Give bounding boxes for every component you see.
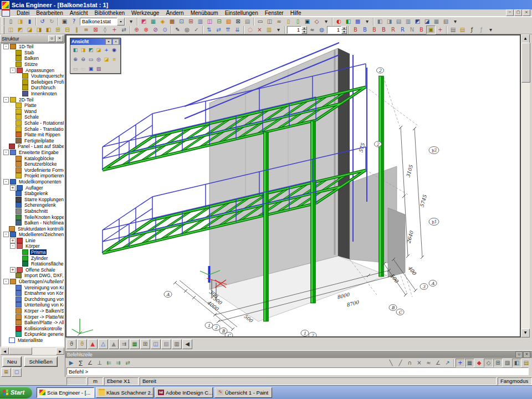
tree-horizontal-scrollbar[interactable]: ◀ ▶ (1, 347, 64, 355)
menu-werkzeuge[interactable]: Werkzeuge (128, 10, 162, 16)
perpendicular-icon[interactable]: ⊥ (95, 359, 104, 367)
taskbar-task[interactable]: Klaus Schachner 2... (96, 387, 154, 398)
function2-icon[interactable]: ƒ (477, 25, 486, 34)
tree-item[interactable]: Platte mit Rippen (1, 132, 64, 138)
tree-item[interactable]: Strukturdaten kontrollier (1, 226, 64, 232)
tree-item[interactable]: -1D-Teil (1, 44, 64, 50)
collapse-icon[interactable]: - (10, 68, 16, 73)
activity-spinner[interactable]: 1 ▲▼ (287, 26, 307, 34)
union-icon[interactable]: ⊗ (141, 25, 151, 34)
window-split-icon[interactable]: ⊞ (140, 339, 150, 349)
tree-item[interactable]: -Körper (1, 243, 64, 249)
beam-icon[interactable]: ◩ (16, 25, 25, 34)
save-view-icon[interactable]: ▤ (448, 25, 458, 34)
repeat-command-icon[interactable]: ⇄ (123, 359, 132, 367)
snap-line-icon[interactable]: ╲ (386, 359, 396, 367)
close-icon[interactable]: × (112, 39, 119, 45)
named-view-icon[interactable]: ◫ (151, 339, 161, 349)
hatch-icon[interactable]: ▥ (172, 339, 182, 349)
tree-item[interactable]: -2D-Teil (1, 96, 64, 103)
tree-item[interactable]: Balken/Platte -> Allg (1, 320, 64, 326)
zoom-in-icon[interactable]: ⊕ (71, 55, 79, 63)
load-b2-icon[interactable]: B (360, 25, 370, 34)
overflow-chevron[interactable]: ▾ (362, 17, 372, 26)
tree-item[interactable]: Stabschnitt (1, 208, 64, 214)
overflow-chevron[interactable]: ▾ (486, 25, 495, 34)
collapse-icon[interactable]: - (3, 279, 9, 284)
vertex-icon[interactable]: ◊ (100, 25, 110, 34)
cross-sections-icon[interactable]: ▩ (167, 17, 177, 26)
load-cases-icon[interactable]: ⊡ (177, 17, 186, 26)
mdi-document-icon[interactable] (2, 9, 10, 17)
tree-item[interactable]: +Auflager (1, 185, 64, 191)
spin-up-icon[interactable]: ▲ (301, 26, 307, 30)
menu-bibliotheken[interactable]: Bibliotheken (91, 10, 128, 16)
collapse-icon[interactable]: - (10, 243, 16, 249)
tree-item[interactable]: Fertigteilplatte (1, 138, 64, 144)
expand-icon[interactable]: + (10, 238, 16, 243)
save-button[interactable]: ▮ (25, 17, 34, 26)
window-button[interactable]: ▣ (60, 17, 69, 26)
tree-item[interactable]: Körper -> Balken/Stü (1, 308, 64, 314)
tree-item[interactable]: Wand (1, 109, 64, 115)
ansicht-palette-title[interactable]: Ansicht ▾ × (70, 38, 120, 45)
undo-button[interactable]: ↺ (38, 17, 47, 26)
load-b3-icon[interactable]: B (370, 25, 379, 34)
tree-item[interactable]: -Erweiterte Eingabe (1, 150, 64, 156)
load-view-icon[interactable]: ▤ (458, 25, 467, 34)
picture-grid-icon[interactable]: ▣ (303, 17, 312, 26)
member-icon[interactable]: ◫ (6, 25, 16, 34)
snap-grid-icon[interactable]: ▦ (465, 359, 474, 367)
overflow-chevron[interactable]: ▾ (451, 17, 460, 26)
picture-add-icon[interactable]: ▯ (293, 17, 303, 26)
tree-item[interactable]: -Anpassungen (1, 67, 64, 73)
load-b1-icon[interactable]: B (351, 25, 360, 34)
struktur-panel-title[interactable]: Struktur ▫ × (0, 34, 65, 43)
snap-curve-icon[interactable]: ≈ (424, 359, 433, 367)
view-back-icon[interactable]: ◨ (385, 17, 394, 26)
tree-item[interactable]: Scherengelenk (1, 202, 64, 208)
collapse-icon[interactable]: - (3, 150, 9, 155)
tree-item[interactable]: Projekt importieren (I (1, 173, 64, 179)
project-icon[interactable]: ◩ (139, 17, 149, 26)
collapse-icon[interactable]: - (3, 97, 9, 103)
project-combo[interactable]: Balkone1stat ▾ (80, 18, 125, 25)
tree-item[interactable]: Prisma (1, 249, 64, 255)
grid-icon[interactable]: ▦ (149, 17, 158, 26)
tree-item[interactable]: -Übertragen/Aufteilen/Ve (1, 279, 64, 285)
view-bottom-icon[interactable]: ▥ (403, 17, 413, 26)
tree-item[interactable]: Schale - Rotationsflä (1, 120, 64, 126)
taskbar-task[interactable]: IdAdobe InDesign C... (155, 387, 213, 398)
snap-arc-icon[interactable]: ∩ (405, 359, 415, 367)
tree-item[interactable]: Voutenquerschnitt (1, 73, 64, 79)
tree-item[interactable]: Zylinder (1, 255, 64, 261)
scroll-down-icon[interactable]: ▼ (521, 329, 530, 337)
intersect-icon[interactable]: ⊕ (132, 25, 141, 34)
tree-item[interactable]: Balken - Nichtlinearit (1, 220, 64, 226)
edge-icon[interactable]: ⊟ (63, 25, 72, 34)
document-icon[interactable]: ⊠ (233, 17, 243, 26)
wall-icon[interactable]: ◧ (44, 25, 53, 34)
swap-icon[interactable]: ⇄ (119, 25, 129, 34)
scroll-left-icon[interactable]: ◀ (1, 347, 9, 355)
tree-item[interactable]: +Offene Schale (1, 267, 64, 273)
copy-icon[interactable]: ⇄ (214, 25, 223, 34)
load-b4-icon[interactable]: B (379, 25, 388, 34)
tree-item[interactable]: Vereinigung von Kör (1, 284, 64, 290)
neu-button[interactable]: Neu (2, 356, 22, 367)
menu-bearbeiten[interactable]: Bearbeiten (33, 10, 66, 16)
snap-point-icon[interactable]: + (456, 359, 465, 367)
snap-intersection-icon[interactable]: × (415, 359, 424, 367)
tree-item[interactable]: Import DWG, DXF, V (1, 273, 64, 279)
view-left-icon[interactable]: ▦ (432, 17, 441, 26)
materials-icon[interactable]: ◈ (158, 17, 167, 26)
tree-item[interactable]: Rotationsfläche (1, 261, 64, 267)
toolbar-grip[interactable] (2, 18, 4, 25)
rotate-icon[interactable]: ⇈ (223, 25, 233, 34)
layer-spinner[interactable]: 1 ▲▼ (327, 26, 347, 34)
open-button[interactable]: ◨ (16, 17, 25, 26)
snap-midpoint-icon[interactable]: ◆ (474, 359, 484, 367)
view-iso2-icon[interactable]: ◪ (422, 17, 432, 26)
menu-ansicht[interactable]: Ansicht (66, 10, 91, 16)
wire-mode-icon[interactable]: ▩ (353, 17, 362, 26)
